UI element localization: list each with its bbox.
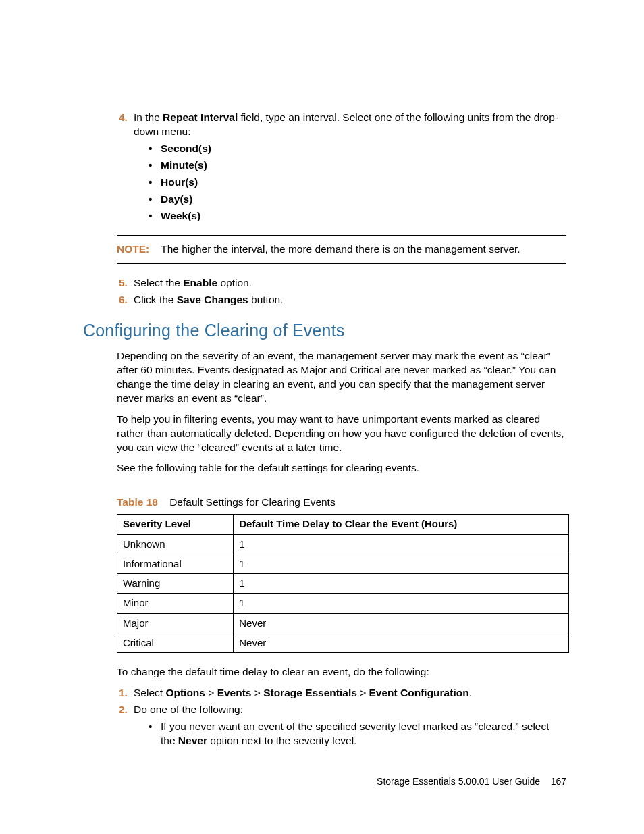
bullet-icon: • <box>149 720 152 734</box>
interval-option: •Minute(s) <box>161 159 566 173</box>
table-cell: Never <box>234 613 569 633</box>
paragraph: To help you in filtering events, you may… <box>117 413 566 455</box>
interval-option: •Hour(s) <box>161 176 566 190</box>
page-number: 167 <box>551 776 566 787</box>
table-cell: 1 <box>234 594 569 613</box>
table-cell: 1 <box>234 554 569 573</box>
table-cell: 1 <box>234 534 569 554</box>
page-footer: Storage Essentials 5.00.01 User Guide 16… <box>83 775 566 788</box>
step-2: 2. Do one of the following: <box>134 703 566 717</box>
bullet-icon: • <box>149 142 152 156</box>
table-row: CriticalNever <box>117 633 569 652</box>
table-cell: 1 <box>234 574 569 594</box>
interval-option: •Day(s) <box>161 192 566 207</box>
table-row: MajorNever <box>117 613 569 633</box>
step-number: 4. <box>119 111 128 125</box>
substep: • If you never want an event of the spec… <box>161 720 566 748</box>
paragraph: See the following table for the default … <box>117 461 566 475</box>
paragraph: To change the default time delay to clea… <box>117 665 566 679</box>
step-5: 5. Select the Enable option. <box>134 276 566 290</box>
note-callout: NOTE: The higher the interval, the more … <box>117 235 566 264</box>
table-row: Warning1 <box>117 574 569 594</box>
table-cell: Unknown <box>117 534 234 554</box>
step-4: 4. In the Repeat Interval field, type an… <box>134 111 566 139</box>
note-text: The higher the interval, the more demand… <box>161 243 520 255</box>
table-cell: Major <box>117 613 234 633</box>
table-cell: Critical <box>117 633 234 652</box>
step-number: 2. <box>119 703 128 717</box>
table-row: Minor1 <box>117 594 569 613</box>
interval-option: •Week(s) <box>161 209 566 224</box>
step-4-text: In the Repeat Interval field, type an in… <box>134 111 558 137</box>
section-heading: Configuring the Clearing of Events <box>83 319 566 342</box>
page-content: 4. In the Repeat Interval field, type an… <box>0 0 644 834</box>
table-cell: Informational <box>117 554 234 573</box>
step-1: 1. Select Options > Events > Storage Ess… <box>134 686 566 700</box>
col-header: Default Time Delay to Clear the Event (H… <box>234 515 569 534</box>
table-row: Unknown1 <box>117 534 569 554</box>
paragraph: Depending on the severity of an event, t… <box>117 349 566 406</box>
footer-title: Storage Essentials 5.00.01 User Guide <box>377 776 540 787</box>
step-number: 5. <box>119 276 128 290</box>
bullet-icon: • <box>149 209 152 224</box>
table-cell: Minor <box>117 594 234 613</box>
step-6: 6. Click the Save Changes button. <box>134 293 566 307</box>
bullet-icon: • <box>149 192 152 207</box>
settings-table: Severity Level Default Time Delay to Cle… <box>117 514 569 653</box>
table-cell: Warning <box>117 574 234 594</box>
bullet-icon: • <box>149 176 152 190</box>
bullet-icon: • <box>149 159 152 173</box>
table-header-row: Severity Level Default Time Delay to Cle… <box>117 515 569 534</box>
table-label: Table 18 <box>117 496 158 508</box>
step-number: 1. <box>119 686 128 700</box>
table-title: Default Settings for Clearing Events <box>169 496 336 508</box>
table-caption: Table 18 Default Settings for Clearing E… <box>117 496 566 510</box>
interval-option: •Second(s) <box>161 142 566 156</box>
table-row: Informational1 <box>117 554 569 573</box>
note-label: NOTE: <box>117 243 149 255</box>
table-cell: Never <box>234 633 569 652</box>
step-number: 6. <box>119 293 128 307</box>
col-header: Severity Level <box>117 515 234 534</box>
